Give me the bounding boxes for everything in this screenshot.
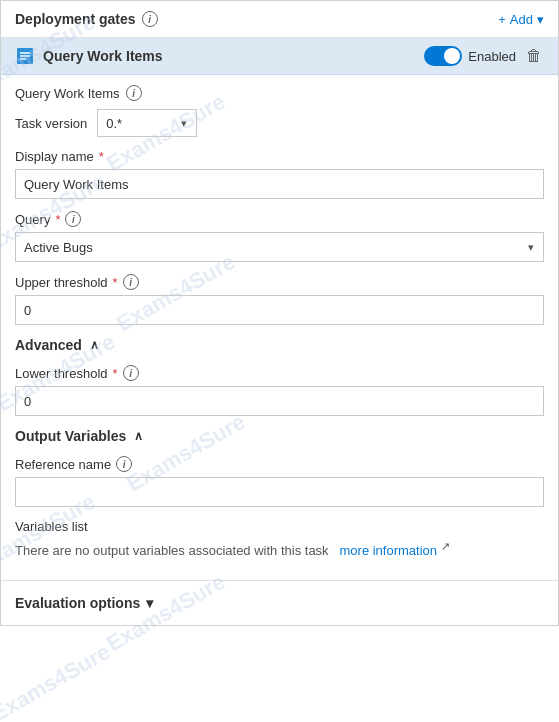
task-version-label: Task version	[15, 116, 87, 131]
query-required: *	[55, 212, 60, 227]
lower-threshold-required: *	[113, 366, 118, 381]
evaluation-options-chevron-icon: ▾	[146, 595, 153, 611]
section-title-group: Query Work Items	[15, 46, 163, 66]
add-icon: +	[498, 12, 506, 27]
task-version-select[interactable]: 0.*	[97, 109, 197, 137]
external-link-icon: ↗	[441, 540, 450, 552]
query-info-icon[interactable]: i	[65, 211, 81, 227]
output-variables-divider: Output Variables ∧	[15, 428, 544, 444]
reference-name-info-icon[interactable]: i	[116, 456, 132, 472]
upper-threshold-info-icon[interactable]: i	[123, 274, 139, 290]
display-name-group: Display name *	[15, 149, 544, 199]
variables-list-label: Variables list	[15, 519, 544, 534]
deployment-gates-header: Deployment gates i + Add ▾	[1, 1, 558, 38]
add-chevron-icon: ▾	[537, 12, 544, 27]
variables-list-text: There are no output variables associated…	[15, 540, 544, 558]
reference-name-label: Reference name	[15, 457, 111, 472]
form-content: Query Work Items i Task version 0.* ▾ Di…	[1, 75, 558, 580]
add-button-group[interactable]: + Add ▾	[498, 12, 544, 27]
query-work-items-label-row: Query Work Items i	[15, 85, 544, 101]
output-variables-section: Output Variables ∧ Reference name i Vari…	[15, 428, 544, 558]
advanced-chevron-icon[interactable]: ∧	[90, 338, 99, 352]
display-name-label-row: Display name *	[15, 149, 544, 164]
display-name-label: Display name	[15, 149, 94, 164]
query-label-row: Query * i	[15, 211, 544, 227]
section-controls: Enabled 🗑	[424, 46, 544, 66]
lower-threshold-label-row: Lower threshold * i	[15, 365, 544, 381]
output-variables-chevron-icon[interactable]: ∧	[134, 429, 143, 443]
display-name-input[interactable]	[15, 169, 544, 199]
evaluation-options-label: Evaluation options	[15, 595, 140, 611]
evaluation-options-row[interactable]: Evaluation options ▾	[1, 580, 558, 625]
enabled-toggle[interactable]	[424, 46, 462, 66]
advanced-label: Advanced	[15, 337, 82, 353]
output-variables-label: Output Variables	[15, 428, 126, 444]
section-title: Query Work Items	[43, 48, 163, 64]
deployment-gates-title: Deployment gates	[15, 11, 136, 27]
lower-threshold-info-icon[interactable]: i	[123, 365, 139, 381]
query-label: Query	[15, 212, 50, 227]
query-group: Query * i Active Bugs ▾	[15, 211, 544, 262]
reference-name-input[interactable]	[15, 477, 544, 507]
query-work-items-icon	[15, 46, 35, 66]
query-work-items-info-icon[interactable]: i	[126, 85, 142, 101]
add-label: Add	[510, 12, 533, 27]
more-info-link[interactable]: more information	[340, 543, 438, 558]
upper-threshold-label: Upper threshold	[15, 275, 108, 290]
deployment-gates-info-icon[interactable]: i	[142, 11, 158, 27]
query-select[interactable]: Active Bugs	[15, 232, 544, 262]
variables-list-group: Variables list There are no output varia…	[15, 519, 544, 558]
task-version-row: Task version 0.* ▾	[15, 109, 544, 137]
query-work-items-section-header: Query Work Items Enabled 🗑	[1, 38, 558, 75]
delete-button[interactable]: 🗑	[524, 46, 544, 66]
upper-threshold-label-row: Upper threshold * i	[15, 274, 544, 290]
enabled-label: Enabled	[468, 49, 516, 64]
upper-threshold-required: *	[113, 275, 118, 290]
enabled-toggle-group[interactable]: Enabled	[424, 46, 516, 66]
display-name-required: *	[99, 149, 104, 164]
lower-threshold-group: Lower threshold * i	[15, 365, 544, 416]
query-work-items-label: Query Work Items	[15, 86, 120, 101]
reference-name-label-row: Reference name i	[15, 456, 544, 472]
reference-name-group: Reference name i	[15, 456, 544, 507]
lower-threshold-input[interactable]	[15, 386, 544, 416]
task-version-wrapper: 0.* ▾	[97, 109, 197, 137]
header-title-group: Deployment gates i	[15, 11, 158, 27]
lower-threshold-label: Lower threshold	[15, 366, 108, 381]
upper-threshold-input[interactable]	[15, 295, 544, 325]
query-select-wrapper: Active Bugs ▾	[15, 232, 544, 262]
advanced-divider: Advanced ∧	[15, 337, 544, 353]
upper-threshold-group: Upper threshold * i	[15, 274, 544, 325]
